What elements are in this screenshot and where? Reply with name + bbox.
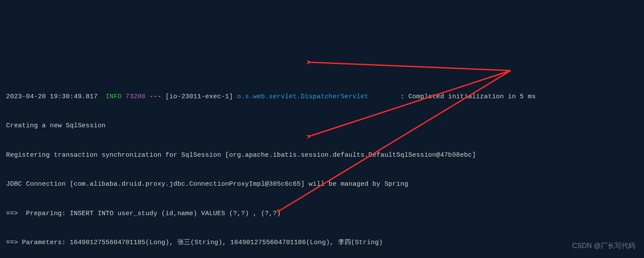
terminal-log-output[interactable]: 2023-04-20 19:30:49.817 INFO 73208 --- [… [0, 73, 644, 258]
log-logger: o.s.web.servlet.DispatcherServlet [237, 93, 369, 100]
log-level: INFO [106, 93, 122, 100]
log-timestamp: 2023-04-20 19:30:49.817 [6, 93, 98, 100]
log-separator: --- [149, 93, 161, 100]
log-line: Creating a new SqlSession [6, 119, 638, 133]
log-line: JDBC Connection [com.alibaba.druid.proxy… [6, 177, 638, 192]
log-thread: [io-23011-exec-1] [165, 93, 233, 100]
annotation-arrow [312, 62, 511, 71]
log-line-parameters: ==> Parameters: 1649012755604701185(Long… [6, 235, 638, 250]
log-pid: 73208 [126, 93, 145, 100]
log-header-line: 2023-04-20 19:30:49.817 INFO 73208 --- [… [6, 90, 638, 104]
csdn-watermark: CSDN @厂长写代码 [572, 238, 635, 254]
log-line-preparing: ==> Preparing: INSERT INTO user_study (i… [6, 206, 638, 221]
log-message: : Completed initialization in 5 ms [400, 93, 536, 100]
log-line: Registering transaction synchronization … [6, 148, 638, 163]
